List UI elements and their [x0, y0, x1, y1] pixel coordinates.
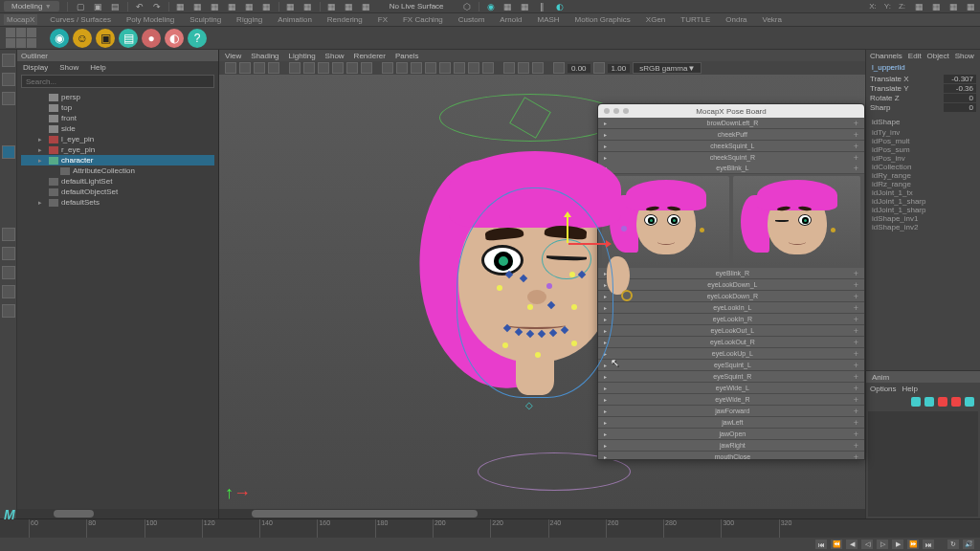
mocapx-pose-board-window[interactable]: MocapX Pose Board ▸browDownLeft_R+ ▸chee…: [597, 103, 865, 460]
sym-x-icon[interactable]: ▦: [326, 1, 338, 12]
move-tool[interactable]: [2, 145, 15, 159]
shelf-tab-rigging[interactable]: Rigging: [234, 14, 265, 25]
toggle-icon[interactable]: ◐: [554, 1, 566, 12]
pose-row[interactable]: ▸browDownLeft_R+: [598, 118, 864, 129]
shelf-record-icon[interactable]: ●: [142, 29, 161, 48]
control-point[interactable]: [527, 304, 533, 310]
vp-color-mgmt-dropdown[interactable]: sRGB gamma▼: [633, 62, 702, 74]
select-tool-icon[interactable]: ▦: [175, 1, 187, 12]
window-close-icon[interactable]: [604, 108, 610, 114]
control-point[interactable]: [569, 272, 575, 277]
pose-row[interactable]: ▸eyeBlink_R+: [598, 268, 864, 279]
anim-key-cyan-icon[interactable]: [911, 397, 921, 407]
pose-row[interactable]: ▸cheekPuff+: [598, 129, 864, 141]
ipr-icon[interactable]: ▦: [302, 1, 314, 12]
channel-ty[interactable]: Translate Y-0.36: [870, 83, 976, 93]
go-to-end-button[interactable]: ⏭: [923, 540, 934, 549]
tree-item-front[interactable]: front: [21, 113, 214, 123]
shelf-tab-fx[interactable]: FX: [375, 14, 390, 25]
go-to-start-button[interactable]: ⏮: [815, 540, 827, 549]
node-name-label[interactable]: l_upperlid: [866, 61, 980, 74]
tree-item-lightset[interactable]: defaultLightSet: [21, 176, 214, 187]
pose-row[interactable]: ▸eyeWide_R+: [598, 394, 864, 406]
outliner-menu-display[interactable]: Display: [23, 63, 48, 72]
shelf-tab-sculpt[interactable]: Sculpting: [187, 14, 224, 25]
snap-point-icon[interactable]: ▦: [227, 1, 238, 12]
outliner-menu-help[interactable]: Help: [90, 63, 105, 72]
vp-menu-show[interactable]: Show: [325, 52, 345, 60]
undo-icon[interactable]: ↶: [134, 1, 145, 12]
sym-y-icon[interactable]: ▦: [344, 1, 355, 12]
control-point[interactable]: [502, 342, 508, 348]
channel-rz[interactable]: Rotate Z0: [870, 93, 976, 102]
vp-isolate-icon[interactable]: [503, 62, 515, 74]
lasso-tool[interactable]: [2, 73, 15, 86]
vp-xray-joints-icon[interactable]: [532, 62, 544, 74]
tree-item-objset[interactable]: defaultObjectSet: [21, 187, 214, 197]
head-control-ring[interactable]: [439, 94, 621, 142]
shelf-tab-poly[interactable]: Poly Modeling: [123, 14, 177, 25]
tree-item-attrcoll[interactable]: AttributeCollection: [21, 165, 214, 176]
shape-item[interactable]: idShape_inv2: [872, 223, 974, 231]
cb-tab-show[interactable]: Show: [955, 52, 974, 60]
window-min-icon[interactable]: [613, 108, 619, 114]
time-slider[interactable]: M 60 80 100 120 140 160 180 200 220 240 …: [0, 518, 980, 538]
vp-menu-shading[interactable]: Shading: [251, 52, 278, 60]
snap-grid-icon[interactable]: ▦: [192, 1, 204, 12]
control-point[interactable]: [571, 341, 577, 346]
tree-item-reyepin[interactable]: ▸r_eye_pin: [21, 144, 214, 155]
shelf-tab-custom[interactable]: Custom: [456, 14, 488, 25]
shape-item[interactable]: idRy_range: [872, 171, 974, 180]
anim-menu-options[interactable]: Options: [870, 385, 897, 393]
vp-range-value[interactable]: 1.00: [608, 64, 631, 73]
pose-row[interactable]: ▸eyeLookUp_L+: [598, 348, 864, 360]
last-tool[interactable]: [2, 266, 15, 279]
pose-row[interactable]: ▸jawRight+: [598, 440, 864, 452]
pose-row[interactable]: ▸eyeLookDown_R+: [598, 291, 864, 302]
audio-button[interactable]: 🔊: [963, 540, 974, 549]
shape-item[interactable]: idTy_inv: [872, 128, 974, 137]
scale-tool[interactable]: [2, 247, 15, 260]
shelf-tab-turtle[interactable]: TURTLE: [678, 14, 713, 25]
anim-layers-list[interactable]: [868, 411, 978, 517]
gizmo-x-axis[interactable]: [568, 243, 607, 245]
snap-live-icon[interactable]: ▦: [261, 1, 273, 12]
vp-film-gate-icon[interactable]: [303, 62, 315, 74]
shelf-tab-mash[interactable]: MASH: [534, 14, 562, 25]
layout-icon-1[interactable]: ▦: [913, 1, 924, 12]
shelf-connect-icon[interactable]: ◐: [165, 29, 184, 48]
outliner-search-input[interactable]: Search...: [21, 75, 214, 88]
vp-gate-mask-icon[interactable]: [332, 62, 344, 74]
pose-row[interactable]: ▸eyeLookOut_R+: [598, 337, 864, 348]
anim-key-cyan3-icon[interactable]: [965, 397, 974, 407]
tree-item-persp[interactable]: persp: [21, 92, 214, 102]
step-back-button[interactable]: ◀: [846, 540, 858, 549]
pose-row[interactable]: ▸cheekSquint_L+: [598, 141, 864, 152]
save-scene-icon[interactable]: ▤: [110, 1, 122, 12]
vp-2d-pan-icon[interactable]: [268, 62, 279, 74]
play-back-button[interactable]: ◁: [861, 540, 873, 549]
pose-row[interactable]: ▸eyeLookOut_L+: [598, 325, 864, 337]
gizmo-y-axis[interactable]: [567, 216, 568, 243]
pose-row[interactable]: ▸jawOpen+: [598, 429, 864, 440]
face-control-outline[interactable]: [457, 187, 613, 398]
vp-anti-alias-icon[interactable]: [482, 62, 494, 74]
vp-res-gate-icon[interactable]: [318, 62, 329, 74]
shelf-tab-mograph[interactable]: Motion Graphics: [572, 14, 634, 25]
workspace-selector[interactable]: Modeling ▼: [4, 1, 59, 11]
shelf-tab-xgen[interactable]: XGen: [643, 14, 668, 25]
layout-icon-2[interactable]: ▦: [930, 1, 942, 12]
pause-icon[interactable]: ‖: [537, 1, 548, 12]
vp-gamma-icon[interactable]: [593, 62, 605, 74]
shelf-clip-icon[interactable]: ▣: [96, 29, 115, 48]
vp-smooth-shade-icon[interactable]: [396, 62, 408, 74]
control-point[interactable]: [497, 285, 502, 291]
shape-item[interactable]: idRz_range: [872, 180, 974, 188]
tree-item-top[interactable]: top: [21, 102, 214, 113]
shape-item[interactable]: idPos_inv: [872, 154, 974, 163]
control-point[interactable]: [546, 283, 552, 289]
vp-menu-panels[interactable]: Panels: [395, 52, 418, 60]
open-scene-icon[interactable]: ▣: [93, 1, 104, 12]
rotate-tool[interactable]: [2, 228, 15, 241]
shelf-tab-anim[interactable]: Animation: [275, 14, 315, 25]
